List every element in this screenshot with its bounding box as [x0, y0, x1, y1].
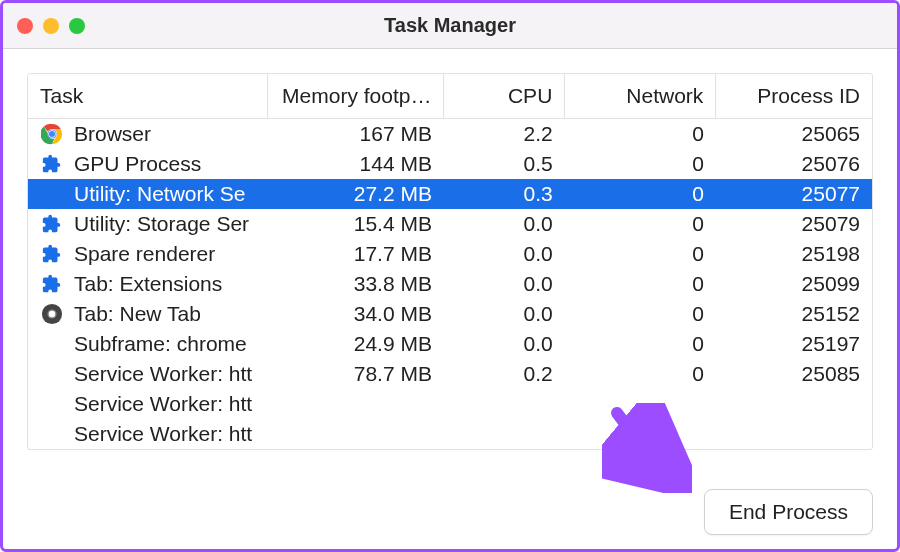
cell-memory [268, 389, 444, 419]
table-row[interactable]: Tab: Extensions33.8 MB0.0025099 [28, 269, 872, 299]
cell-pid: 25197 [716, 329, 872, 359]
cell-cpu: 0.0 [444, 209, 565, 239]
cell-cpu: 0.0 [444, 299, 565, 329]
table-row[interactable]: Spare renderer17.7 MB0.0025198 [28, 239, 872, 269]
cell-cpu: 2.2 [444, 119, 565, 150]
traffic-lights [17, 18, 85, 34]
table-row[interactable]: Tab: New Tab34.0 MB0.0025152 [28, 299, 872, 329]
column-header-cpu[interactable]: CPU [444, 74, 565, 119]
column-header-memory[interactable]: Memory footp… [268, 74, 444, 119]
cell-task: Tab: Extensions [28, 269, 268, 299]
svg-point-6 [49, 311, 55, 317]
cell-cpu: 0.0 [444, 329, 565, 359]
cell-pid: 25085 [716, 359, 872, 389]
cell-network: 0 [565, 119, 716, 150]
cell-cpu: 0.3 [444, 179, 565, 209]
cell-pid: 25099 [716, 269, 872, 299]
puzzle-icon [40, 242, 64, 266]
titlebar: Task Manager [3, 3, 897, 49]
cell-pid: 25079 [716, 209, 872, 239]
cell-network: 0 [565, 179, 716, 209]
table-row[interactable]: Utility: Storage Ser15.4 MB0.0025079 [28, 209, 872, 239]
task-label: Utility: Network Se [74, 182, 246, 206]
table-header-row: Task Memory footp… CPU Network Process I… [28, 74, 872, 119]
cell-memory: 34.0 MB [268, 299, 444, 329]
cell-network: 0 [565, 269, 716, 299]
cell-memory: 27.2 MB [268, 179, 444, 209]
cell-network: 0 [565, 209, 716, 239]
cell-task: Browser [28, 119, 268, 149]
table-row[interactable]: Subframe: chrome24.9 MB0.0025197 [28, 329, 872, 359]
cell-network: 0 [565, 299, 716, 329]
task-label: Service Worker: htt [74, 422, 252, 446]
puzzle-icon [40, 212, 64, 236]
task-label: Utility: Storage Ser [74, 212, 249, 236]
cell-task: Subframe: chrome [28, 329, 268, 359]
column-header-pid[interactable]: Process ID [716, 74, 872, 119]
end-process-button[interactable]: End Process [704, 489, 873, 535]
cell-network [565, 419, 716, 449]
table-row[interactable]: Service Worker: htt78.7 MB0.2025085 [28, 359, 872, 389]
cell-cpu: 0.0 [444, 239, 565, 269]
cell-network: 0 [565, 239, 716, 269]
cell-task: Spare renderer [28, 239, 268, 269]
column-header-network[interactable]: Network [565, 74, 716, 119]
cell-network: 0 [565, 149, 716, 179]
cell-pid: 25077 [716, 179, 872, 209]
table-row[interactable]: Browser167 MB2.2025065 [28, 119, 872, 150]
cell-cpu: 0.5 [444, 149, 565, 179]
cell-memory: 167 MB [268, 119, 444, 150]
cell-task: GPU Process [28, 149, 268, 179]
window-title: Task Manager [3, 14, 897, 37]
cell-memory: 17.7 MB [268, 239, 444, 269]
cell-cpu: 0.0 [444, 269, 565, 299]
column-header-task[interactable]: Task [28, 74, 268, 119]
task-label: GPU Process [74, 152, 201, 176]
maximize-window-button[interactable] [69, 18, 85, 34]
cell-network: 0 [565, 329, 716, 359]
cell-task: Utility: Storage Ser [28, 209, 268, 239]
cell-task: Service Worker: htt [28, 419, 268, 449]
table-row[interactable]: Utility: Network Se27.2 MB0.3025077 [28, 179, 872, 209]
cell-memory: 15.4 MB [268, 209, 444, 239]
cell-memory [268, 419, 444, 449]
task-label: Spare renderer [74, 242, 215, 266]
cell-memory: 78.7 MB [268, 359, 444, 389]
minimize-window-button[interactable] [43, 18, 59, 34]
task-label: Tab: New Tab [74, 302, 201, 326]
task-label: Browser [74, 122, 151, 146]
cell-pid: 25076 [716, 149, 872, 179]
svg-point-3 [49, 131, 55, 137]
cell-task: Utility: Network Se [28, 179, 268, 209]
cell-pid: 25065 [716, 119, 872, 150]
cell-memory: 33.8 MB [268, 269, 444, 299]
cell-task: Service Worker: htt [28, 389, 268, 419]
chrome-icon [40, 122, 64, 146]
table-row[interactable]: GPU Process144 MB0.5025076 [28, 149, 872, 179]
cell-pid: 25198 [716, 239, 872, 269]
cell-task: Tab: New Tab [28, 299, 268, 329]
table-row[interactable]: Service Worker: htt [28, 389, 872, 419]
puzzle-icon [40, 182, 64, 206]
puzzle-icon [40, 272, 64, 296]
cell-cpu: 0.2 [444, 359, 565, 389]
process-table: Task Memory footp… CPU Network Process I… [27, 73, 873, 450]
cell-task: Service Worker: htt [28, 359, 268, 389]
footer: End Process [704, 489, 873, 535]
task-label: Subframe: chrome [74, 332, 247, 356]
cell-cpu [444, 419, 565, 449]
cell-pid [716, 389, 872, 419]
cell-cpu [444, 389, 565, 419]
close-window-button[interactable] [17, 18, 33, 34]
task-label: Service Worker: htt [74, 392, 252, 416]
cell-network: 0 [565, 359, 716, 389]
cell-memory: 24.9 MB [268, 329, 444, 359]
cell-memory: 144 MB [268, 149, 444, 179]
chrome-gray-icon [40, 302, 64, 326]
task-label: Service Worker: htt [74, 362, 252, 386]
cell-pid: 25152 [716, 299, 872, 329]
cell-network [565, 389, 716, 419]
cell-pid [716, 419, 872, 449]
task-label: Tab: Extensions [74, 272, 222, 296]
table-row[interactable]: Service Worker: htt [28, 419, 872, 449]
